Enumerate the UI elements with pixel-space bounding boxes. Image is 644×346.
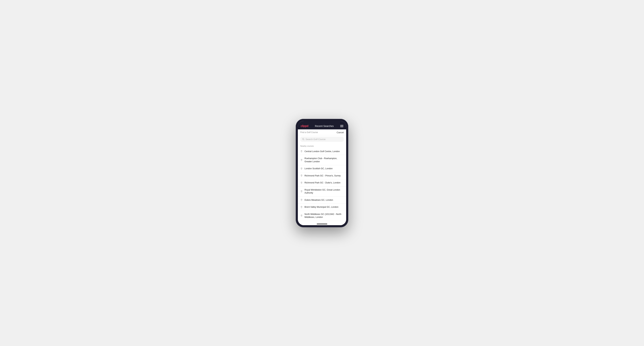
list-item[interactable]: Royal Wimbledon GC, Great London Authori… <box>298 186 346 197</box>
search-bar[interactable]: Search Golf Course <box>300 137 344 142</box>
course-name: Richmond Park GC - Duke's, London <box>304 181 340 184</box>
nearby-section-label: Nearby courses <box>298 144 346 148</box>
course-name: Roehampton Club - Roehampton, Greater Lo… <box>304 157 344 163</box>
svg-point-6 <box>301 182 302 182</box>
location-icon <box>300 150 303 153</box>
cancel-button[interactable]: Cancel <box>337 131 344 134</box>
svg-point-8 <box>301 199 302 200</box>
search-icon <box>302 138 304 140</box>
course-name: North Middlesex GC (1011942 - North Midd… <box>304 213 344 219</box>
phone-screen: clippd Recent Searches Find a Golf Cours… <box>298 121 346 225</box>
app-logo: clippd <box>301 125 308 128</box>
home-bar <box>317 224 327 224</box>
nav-title: Recent Searches <box>315 125 334 128</box>
find-header: Find a Golf Course Cancel <box>298 129 346 135</box>
course-name: London Scottish GC, London <box>304 167 333 170</box>
course-name: Royal Wimbledon GC, Great London Authori… <box>304 188 344 194</box>
location-icon <box>300 174 303 177</box>
list-item[interactable]: Dukes Meadows GC, London <box>298 197 346 204</box>
course-name: Central London Golf Centre, London <box>304 150 340 153</box>
status-bar <box>298 121 346 123</box>
svg-point-2 <box>301 151 302 151</box>
courses-list: Nearby courses Central London Golf Centr… <box>298 144 346 222</box>
location-icon <box>300 168 303 170</box>
location-icon <box>300 199 303 201</box>
phone-device: clippd Recent Searches Find a Golf Cours… <box>296 119 348 227</box>
svg-point-0 <box>302 138 304 140</box>
svg-line-1 <box>304 140 304 140</box>
nav-bar: clippd Recent Searches <box>298 123 346 129</box>
list-item[interactable]: Brent Valley Municipal GC, London <box>298 204 346 211</box>
location-icon <box>300 190 303 193</box>
svg-point-3 <box>301 160 302 160</box>
find-label: Find a Golf Course <box>300 131 318 134</box>
location-icon <box>300 206 303 208</box>
location-icon <box>300 159 303 161</box>
home-indicator <box>298 222 346 225</box>
list-item[interactable]: Central London Golf Centre, London <box>298 148 346 155</box>
list-item[interactable]: North Middlesex GC (1011942 - North Midd… <box>298 211 346 221</box>
list-item[interactable]: London Scottish GC, London <box>298 165 346 173</box>
course-name: Dukes Meadows GC, London <box>304 199 333 202</box>
svg-point-7 <box>301 191 302 191</box>
location-icon <box>300 214 303 217</box>
svg-point-10 <box>301 215 302 216</box>
list-item[interactable]: Roehampton Club - Roehampton, Greater Lo… <box>298 155 346 165</box>
course-name: Brent Valley Municipal GC, London <box>304 206 338 209</box>
svg-point-9 <box>301 206 302 207</box>
menu-icon[interactable] <box>340 125 343 127</box>
svg-point-4 <box>301 168 302 168</box>
search-bar-wrapper: Search Golf Course <box>298 135 346 144</box>
list-item[interactable]: Richmond Park GC - Duke's, London <box>298 179 346 186</box>
search-placeholder: Search Golf Course <box>306 138 326 141</box>
list-item[interactable]: Richmond Park GC - Prince's, Surrey <box>298 173 346 179</box>
svg-point-5 <box>301 175 302 175</box>
location-icon <box>300 182 303 184</box>
course-name: Richmond Park GC - Prince's, Surrey <box>304 174 341 177</box>
